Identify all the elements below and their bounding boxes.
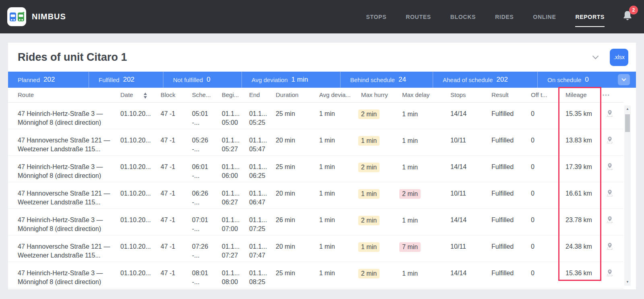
show-on-map-button[interactable]: [606, 136, 614, 146]
summary-planned: Planned 202: [8, 72, 89, 88]
table-row[interactable]: 47 Heinrich-Hertz-Straße 3 —Mönnighof 8 …: [8, 155, 623, 182]
off-track-cell: 0: [531, 262, 560, 288]
avg-deviation-cell: 1 min: [319, 129, 361, 155]
date-cell: 01.10.20...: [120, 129, 161, 155]
off-track-cell: 0: [531, 129, 560, 155]
scroll-down-arrow[interactable]: ▼: [624, 279, 631, 285]
mileage-cell: 23.78 km: [560, 208, 603, 235]
max-delay-cell: 1 min: [402, 208, 445, 235]
show-on-map-button[interactable]: [606, 242, 614, 253]
table-row[interactable]: 47 Hannoversche Straße 121 —Weetzener La…: [8, 182, 623, 208]
block-cell: 47 -1: [161, 182, 192, 208]
table-body: 47 Heinrich-Hertz-Straße 3 —Mönnighof 8 …: [8, 102, 623, 288]
nav-item-rides[interactable]: RIDES: [495, 12, 514, 22]
off-track-cell: 0: [531, 235, 560, 262]
max-hurry-cell: 2 min: [361, 155, 402, 182]
map-pin-icon: [606, 216, 614, 224]
date-cell: 01.10.20...: [120, 235, 161, 262]
summary-fulfilled: Fulfilled 202: [89, 72, 163, 88]
scroll-up-arrow[interactable]: ▲: [624, 106, 631, 112]
date-cell: 01.10.20...: [120, 102, 161, 129]
block-cell: 47 -1: [161, 208, 192, 235]
max-hurry-cell: 1 min: [361, 129, 402, 155]
schedule-cell: 07:01-...: [192, 208, 222, 235]
show-on-map-button[interactable]: [606, 269, 614, 279]
duration-cell: 20 min: [276, 129, 319, 155]
actions-cell: [603, 129, 623, 155]
duration-cell: 25 min: [276, 262, 319, 288]
actions-cell: [603, 155, 623, 182]
brand-name: NIMBUS: [32, 12, 66, 21]
show-on-map-button[interactable]: [606, 163, 614, 173]
top-bar: NIMBUS STOPS ROUTES BLOCKS RIDES ONLINE …: [0, 0, 644, 33]
max-delay-cell: 7 min: [402, 235, 445, 262]
rides-table: Route Date Block Sche... Begi... End Dur…: [8, 88, 623, 289]
nav-item-online[interactable]: ONLINE: [533, 12, 556, 22]
result-cell: Fulfilled: [486, 235, 531, 262]
actions-cell: [603, 208, 623, 235]
off-track-cell: 0: [531, 182, 560, 208]
summary-behind-schedule: Behind schedule 24: [340, 72, 433, 88]
off-track-cell: 0: [531, 208, 560, 235]
nav-item-stops[interactable]: STOPS: [366, 12, 386, 22]
result-cell: Fulfilled: [486, 155, 531, 182]
show-on-map-button[interactable]: [606, 189, 614, 200]
column-settings[interactable]: •••: [603, 88, 623, 102]
route-cell: 47 Heinrich-Hertz-Straße 3 —Mönnighof 8 …: [8, 102, 120, 129]
max-hurry-cell: 1 min: [361, 235, 402, 262]
map-pin-icon: [606, 109, 614, 118]
block-cell: 47 -1: [161, 129, 192, 155]
column-date[interactable]: Date: [120, 88, 161, 102]
avg-deviation-cell: 1 min: [319, 262, 361, 288]
duration-cell: 20 min: [276, 235, 319, 262]
column-duration: Duration: [276, 88, 319, 102]
begin-cell: 01.1...07:00: [222, 208, 249, 235]
table-scrollbar[interactable]: ▲ ▼: [624, 105, 631, 286]
mileage-cell: 15.35 km: [560, 102, 603, 129]
actions-cell: [603, 262, 623, 288]
schedule-cell: 06:26-...: [192, 182, 222, 208]
max-delay-cell: 1 min: [402, 155, 445, 182]
date-cell: 01.10.20...: [120, 155, 161, 182]
summary-bar: Planned 202 Fulfilled 202 Not fulfilled …: [8, 72, 636, 88]
nav-item-blocks[interactable]: BLOCKS: [450, 12, 476, 22]
off-track-cell: 0: [531, 155, 560, 182]
show-on-map-button[interactable]: [606, 109, 614, 120]
table-row[interactable]: 47 Heinrich-Hertz-Straße 3 —Mönnighof 8 …: [8, 102, 623, 129]
report-title-row: Rides of unit Citaro 1 .xlsx: [8, 43, 636, 72]
mileage-cell: 13.83 km: [560, 129, 603, 155]
route-cell: 47 Heinrich-Hertz-Straße 3 —Mönnighof 8 …: [8, 262, 120, 288]
avg-deviation-cell: 1 min: [319, 155, 361, 182]
export-xlsx-button[interactable]: .xlsx: [610, 49, 628, 66]
max-hurry-cell: 2 min: [361, 102, 402, 129]
summary-collapse-button[interactable]: [618, 74, 630, 85]
bus-logo-icon: [9, 11, 25, 23]
max-hurry-cell: 2 min: [361, 262, 402, 288]
table-row[interactable]: 47 Hannoversche Straße 121 —Weetzener La…: [8, 235, 623, 262]
begin-cell: 01.1...08:00: [222, 262, 249, 288]
begin-cell: 01.1...06:00: [222, 155, 249, 182]
table-row[interactable]: 47 Heinrich-Hertz-Straße 3 —Mönnighof 8 …: [8, 262, 623, 288]
date-cell: 01.10.20...: [120, 262, 161, 288]
nav-item-reports[interactable]: REPORTS: [575, 12, 605, 22]
end-cell: 01.1...05:47: [249, 129, 276, 155]
route-cell: 47 Hannoversche Straße 121 —Weetzener La…: [8, 182, 120, 208]
sort-icon[interactable]: [144, 93, 147, 99]
show-on-map-button[interactable]: [606, 216, 614, 226]
column-block: Block: [161, 88, 192, 102]
collapse-report-icon[interactable]: [592, 53, 599, 59]
app-logo[interactable]: [7, 7, 26, 26]
mileage-cell: 24.38 km: [560, 235, 603, 262]
nav-item-routes[interactable]: ROUTES: [406, 12, 431, 22]
notifications-button[interactable]: 2: [622, 10, 633, 23]
column-max-delay: Max delay: [402, 88, 445, 102]
max-delay-cell: 1 min: [402, 102, 445, 129]
table-row[interactable]: 47 Hannoversche Straße 121 —Weetzener La…: [8, 129, 623, 155]
page-title: Rides of unit Citaro 1: [18, 51, 127, 64]
max-delay-cell: 1 min: [402, 262, 445, 288]
actions-cell: [603, 235, 623, 262]
scrollbar-thumb[interactable]: [625, 114, 630, 132]
column-begin: Begi...: [222, 88, 249, 102]
table-row[interactable]: 47 Heinrich-Hertz-Straße 3 —Mönnighof 8 …: [8, 208, 623, 235]
column-off-track: Off t...: [531, 88, 560, 102]
